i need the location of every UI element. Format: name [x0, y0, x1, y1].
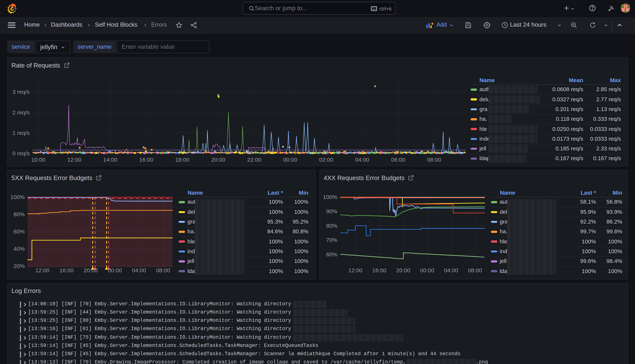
svg-text:00:00: 00:00 — [108, 267, 122, 273]
svg-text:06:00: 06:00 — [391, 156, 405, 163]
svg-text:08:00: 08:00 — [468, 267, 482, 273]
svg-text:70%: 70% — [326, 237, 337, 243]
svg-text:16:00: 16:00 — [372, 267, 386, 273]
svg-text:14:00: 14:00 — [103, 156, 117, 163]
svg-text:0 req/s: 0 req/s — [13, 150, 30, 156]
svg-text:100%: 100% — [323, 194, 337, 200]
svg-text:22:00: 22:00 — [247, 156, 261, 163]
svg-text:10:00: 10:00 — [31, 156, 45, 163]
svg-text:1 req/s: 1 req/s — [13, 130, 30, 136]
svg-text:20:00: 20:00 — [84, 267, 98, 273]
svg-text:100%: 100% — [10, 194, 25, 200]
svg-text:02:00: 02:00 — [319, 156, 333, 163]
svg-text:2 req/s: 2 req/s — [13, 109, 30, 115]
svg-text:04:00: 04:00 — [444, 267, 458, 273]
svg-text:3 req/s: 3 req/s — [13, 89, 30, 95]
svg-text:08:00: 08:00 — [156, 267, 170, 273]
svg-text:60%: 60% — [326, 251, 337, 257]
svg-text:20:00: 20:00 — [211, 156, 225, 163]
svg-text:60%: 60% — [14, 228, 25, 234]
svg-text:80%: 80% — [14, 211, 25, 217]
svg-text:40%: 40% — [14, 246, 25, 252]
svg-text:80%: 80% — [326, 222, 337, 228]
svg-text:20%: 20% — [14, 263, 25, 269]
svg-text:90%: 90% — [326, 208, 337, 214]
svg-text:12:00: 12:00 — [348, 267, 362, 273]
svg-text:00:00: 00:00 — [283, 156, 297, 163]
svg-text:04:00: 04:00 — [355, 156, 369, 163]
svg-text:08:00: 08:00 — [427, 156, 441, 163]
svg-text:16:00: 16:00 — [139, 156, 153, 163]
svg-text:20:00: 20:00 — [396, 267, 410, 273]
svg-text:00:00: 00:00 — [420, 267, 434, 273]
svg-text:12:00: 12:00 — [35, 267, 49, 273]
svg-text:04:00: 04:00 — [132, 267, 146, 273]
svg-text:18:00: 18:00 — [175, 156, 189, 163]
svg-text:12:00: 12:00 — [67, 156, 81, 163]
svg-text:16:00: 16:00 — [60, 267, 74, 273]
